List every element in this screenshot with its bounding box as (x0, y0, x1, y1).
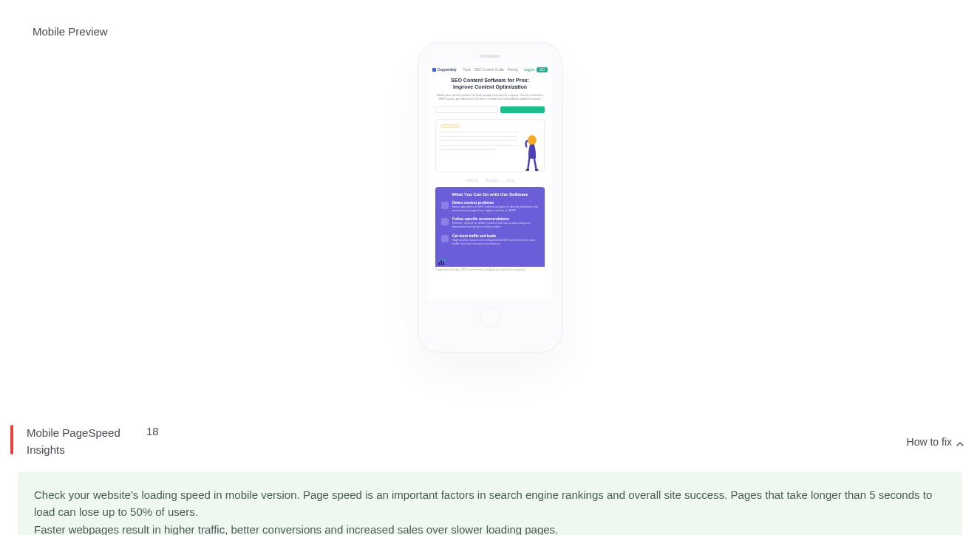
feature-item: Detect content problems Make algorithms … (441, 201, 539, 212)
nav-link: Pricing (508, 68, 518, 72)
keyword-chip (440, 124, 460, 128)
logo-item: OWOX (466, 178, 479, 183)
phone-preview-area: Copywritely Tools SEO Content Guide Pric… (22, 42, 958, 401)
nav-links: Tools SEO Content Guide Pricing (463, 68, 517, 72)
demo-card (435, 119, 545, 172)
tip-paragraph: Check your website's loading speed in mo… (34, 486, 946, 521)
panel-title: What You Can Do with Our Software (441, 192, 539, 197)
logo-item: Preply (486, 178, 499, 183)
login-link: Log in (524, 68, 534, 72)
hero-title-line1: SEO Content Software for Pros: (451, 78, 529, 83)
phone-speaker (480, 55, 500, 58)
customer-logos: OWOX Preply Jijiji (428, 178, 552, 183)
hero: SEO Content Software for Pros: Improve C… (428, 75, 552, 103)
site-logo: Copywritely (432, 68, 457, 72)
chevron-up-icon (956, 438, 964, 446)
pagespeed-card: Mobile PageSpeed Insights 18 How to fix … (10, 411, 970, 535)
mobile-preview-card: Mobile Preview Copywritely Tools SEO Con… (0, 0, 980, 401)
site-navbar: Copywritely Tools SEO Content Guide Pric… (428, 64, 552, 75)
feature-desc: Make algorithms & SEO content analysis t… (452, 205, 539, 212)
feature-desc: Rewrite, replace or delete content with … (452, 221, 539, 228)
svg-point-0 (528, 135, 537, 145)
svg-rect-1 (438, 262, 440, 265)
hero-form (428, 106, 552, 113)
how-to-fix-toggle[interactable]: How to fix (907, 436, 964, 448)
nav-cta: GO (537, 67, 548, 72)
feature-item: Get more traffic and leads High quality,… (441, 234, 539, 245)
hero-title-line2: Improve Content Optimization (453, 84, 527, 89)
features-panel: What You Can Do with Our Software Detect… (435, 187, 545, 267)
svg-rect-3 (443, 262, 444, 265)
section-title: Mobile Preview (33, 25, 958, 38)
feature-icon (441, 218, 449, 225)
tip-paragraph: Faster webpages result in higher traffic… (34, 521, 946, 536)
url-input (435, 106, 498, 113)
phone-screen: Copywritely Tools SEO Content Guide Pric… (428, 64, 552, 300)
nav-link: SEO Content Guide (474, 68, 504, 72)
person-illustration (522, 134, 541, 171)
logo-icon (432, 68, 436, 72)
brand-name: Copywritely (438, 68, 457, 72)
hero-subtitle: Make your content perfect for both peopl… (435, 93, 545, 100)
how-to-fix-label: How to fix (907, 436, 952, 448)
chart-icon (438, 258, 449, 265)
feature-desc: High quality, unique and well-polished S… (452, 238, 539, 245)
submit-button (500, 106, 545, 113)
nav-link: Tools (463, 68, 471, 72)
phone-frame: Copywritely Tools SEO Content Guide Pric… (418, 42, 562, 352)
feature-icon (441, 235, 449, 242)
pagespeed-label: Mobile PageSpeed Insights (27, 425, 130, 458)
status-bar-red (10, 425, 13, 454)
logo-item: Jijiji (506, 178, 514, 183)
how-to-fix-tip: Check your website's loading speed in mo… (18, 471, 962, 535)
pagespeed-score: 18 (146, 425, 159, 437)
svg-rect-2 (440, 260, 442, 265)
feature-item: Follow specific recommendations Rewrite,… (441, 217, 539, 228)
phone-home-button (480, 307, 500, 328)
feature-icon (441, 202, 449, 209)
